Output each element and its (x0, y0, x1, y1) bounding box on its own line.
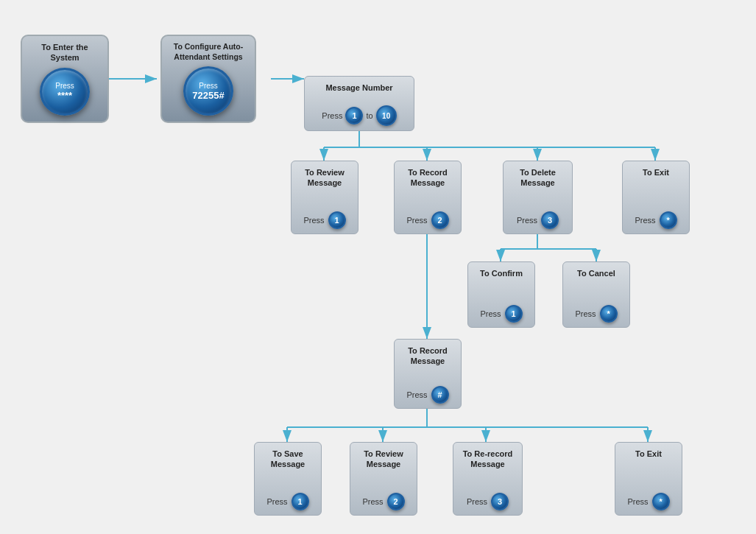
review-message-2-node: To Review Message Press 2 (350, 442, 417, 516)
record-msg-2-press-label: Press (406, 390, 427, 399)
delete-message-node: To Delete Message Press 3 (503, 161, 573, 234)
configure-button[interactable]: Press 72255# (183, 66, 233, 116)
delete-msg-press-label: Press (517, 216, 537, 225)
review-msg-1-press-label: Press (303, 216, 324, 225)
record-msg-2-title: To Record Message (399, 345, 456, 367)
save-message-node: To Save Message Press 1 (254, 442, 322, 516)
rerecord-msg-badge: 3 (491, 493, 509, 510)
exit-1-node: To Exit Press * (622, 161, 690, 234)
save-msg-press-label: Press (266, 497, 287, 506)
review-msg-1-badge: 1 (328, 211, 346, 229)
enter-system-press-value: **** (57, 90, 72, 101)
review-msg-2-press-label: Press (362, 497, 383, 506)
exit-2-node: To Exit Press * (615, 442, 682, 516)
cancel-badge: * (600, 305, 618, 323)
save-msg-title: To Save Message (259, 449, 317, 470)
record-msg-1-press-label: Press (406, 216, 427, 225)
cancel-title: To Cancel (577, 268, 615, 278)
message-number-node: Message Number Press 1 to 10 (304, 76, 414, 131)
rerecord-msg-title: To Re-record Message (458, 449, 517, 470)
confirm-title: To Confirm (480, 268, 523, 278)
exit-1-press-label: Press (635, 216, 655, 225)
delete-msg-title: To Delete Message (508, 167, 568, 189)
review-msg-2-badge: 2 (387, 493, 405, 510)
exit-2-badge: * (652, 493, 670, 510)
confirm-press-label: Press (480, 309, 501, 318)
configure-title: To Configure Auto-Attendant Settings (168, 42, 249, 62)
record-message-1-node: To Record Message Press 2 (394, 161, 462, 234)
exit-2-press-label: Press (627, 497, 648, 506)
cancel-node: To Cancel Press * (562, 261, 630, 328)
rerecord-message-node: To Re-record Message Press 3 (453, 442, 523, 516)
enter-system-press-label: Press (55, 82, 74, 90)
exit-1-title: To Exit (643, 167, 669, 178)
save-msg-badge: 1 (292, 493, 309, 510)
msg-num-badge-1: 1 (345, 107, 363, 124)
msg-num-to: to (366, 111, 372, 120)
message-number-title: Message Number (325, 82, 392, 93)
enter-system-node: To Enter the System Press **** (21, 35, 109, 123)
exit-1-badge: * (660, 211, 677, 229)
configure-press-label: Press (199, 82, 218, 90)
rerecord-msg-press-label: Press (467, 497, 487, 506)
confirm-node: To Confirm Press 1 (467, 261, 535, 328)
record-message-2-node: To Record Message Press # (394, 339, 462, 409)
exit-2-title: To Exit (635, 449, 662, 459)
confirm-badge: 1 (505, 305, 523, 323)
msg-num-badge-10: 10 (376, 105, 397, 126)
enter-system-button[interactable]: Press **** (40, 68, 90, 116)
review-msg-1-title: To Review Message (296, 167, 353, 189)
enter-system-title: To Enter the System (28, 42, 102, 63)
diagram: To Enter the System Press **** To Config… (0, 0, 756, 534)
configure-node: To Configure Auto-Attendant Settings Pre… (160, 35, 256, 123)
cancel-press-label: Press (575, 309, 596, 318)
record-msg-1-badge: 2 (431, 211, 449, 229)
record-msg-1-title: To Record Message (399, 167, 456, 189)
review-message-1-node: To Review Message Press 1 (291, 161, 358, 234)
configure-press-value: 72255# (192, 90, 224, 101)
msg-num-press-label: Press (322, 111, 342, 120)
record-msg-2-badge: # (431, 386, 449, 404)
delete-msg-badge: 3 (541, 211, 559, 229)
review-msg-2-title: To Review Message (355, 449, 412, 470)
